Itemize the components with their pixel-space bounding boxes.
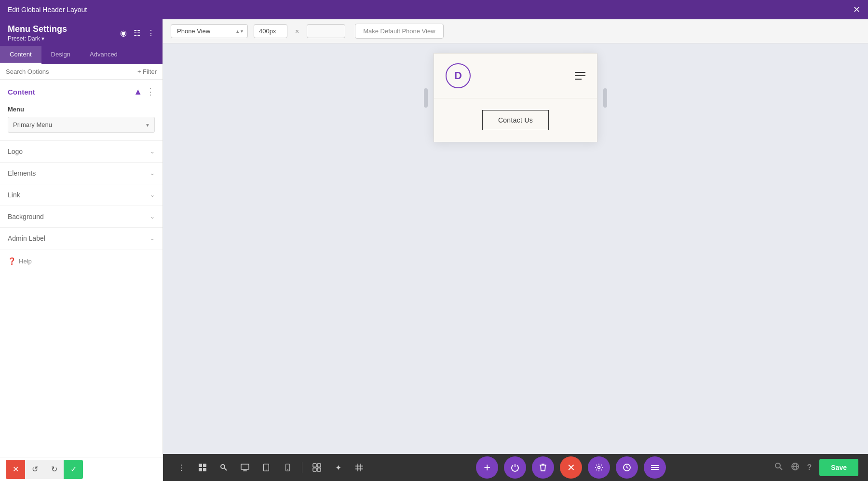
panel-title: Menu Settings: [8, 24, 67, 34]
toolbar-grid-outline-icon[interactable]: [308, 459, 326, 476]
canvas-toolbar: Phone View Tablet View Desktop View × Ma…: [163, 19, 868, 43]
toolbar-grid3-icon[interactable]: [351, 459, 368, 476]
section-logo-header[interactable]: Logo ⌄: [0, 141, 163, 162]
toolbar-dots-icon[interactable]: ⋮: [173, 459, 190, 476]
close-action-button[interactable]: ✕: [560, 456, 582, 479]
toolbar-sparkle-icon[interactable]: ✦: [329, 459, 347, 476]
svg-point-21: [598, 467, 600, 469]
preview-area: D Contact Us: [163, 43, 868, 454]
section-more-icon[interactable]: ⋮: [146, 86, 155, 97]
columns-icon[interactable]: ☷: [134, 28, 140, 38]
tab-content[interactable]: Content: [0, 46, 41, 64]
hamburger-icon[interactable]: [575, 72, 585, 80]
footer-bar: ✕ ↺ ↻ ✓: [0, 457, 163, 481]
extra-input[interactable]: [307, 24, 345, 38]
toolbar-desktop-icon[interactable]: [236, 459, 254, 476]
svg-point-4: [221, 465, 225, 468]
more-options-icon[interactable]: ⋮: [147, 28, 155, 38]
view-select[interactable]: Phone View Tablet View Desktop View: [171, 24, 248, 38]
resize-handle-right[interactable]: [603, 88, 607, 108]
help-section: ❓ Help: [0, 249, 163, 273]
svg-rect-1: [203, 464, 206, 467]
settings-button[interactable]: [588, 456, 610, 479]
section-link-header[interactable]: Link ⌄: [0, 184, 163, 206]
toolbar-search-icon[interactable]: [215, 459, 232, 476]
panel-body: Content ▲ ⋮ Menu Primary Menu: [0, 80, 163, 457]
bottom-toolbar: ⋮ ✦: [163, 454, 868, 481]
svg-rect-14: [317, 464, 321, 467]
panel-header-left: Menu Settings Preset: Dark ▾: [8, 24, 67, 42]
menu-select[interactable]: Primary Menu: [8, 117, 155, 133]
svg-rect-15: [313, 468, 316, 471]
filter-button[interactable]: + Filter: [137, 68, 157, 75]
top-bar-title: Edit Global Header Layout: [8, 6, 87, 14]
undo-button[interactable]: ↺: [25, 460, 44, 479]
width-input[interactable]: [254, 24, 287, 38]
clear-width-button[interactable]: ×: [293, 27, 301, 35]
panel-header-icons: ◉ ☷ ⋮: [120, 28, 155, 38]
toolbar-tablet-icon[interactable]: [258, 459, 275, 476]
bottom-globe-icon[interactable]: [791, 462, 800, 473]
layers-button[interactable]: [644, 456, 666, 479]
confirm-button[interactable]: ✓: [64, 460, 83, 479]
panel-header: Menu Settings Preset: Dark ▾ ◉ ☷ ⋮: [0, 19, 163, 46]
section-admin-label-header[interactable]: Admin Label ⌄: [0, 228, 163, 249]
contact-us-section: Contact Us: [434, 98, 597, 142]
content-section-body: Menu Primary Menu: [0, 106, 163, 140]
tab-design[interactable]: Design: [41, 46, 80, 64]
footer-actions-group: ✕ ↺ ↻ ✓: [6, 460, 83, 479]
section-content: Content ▲ ⋮ Menu Primary Menu: [0, 80, 163, 141]
toolbar-right-group: ? Save: [774, 459, 858, 476]
section-elements-header[interactable]: Elements ⌄: [0, 163, 163, 184]
save-button[interactable]: Save: [819, 459, 858, 476]
section-background: Background ⌄: [0, 206, 163, 228]
section-collapse-icon[interactable]: ▲: [134, 87, 142, 97]
preset-label[interactable]: Preset: Dark ▾: [8, 35, 67, 42]
section-logo: Logo ⌄: [0, 141, 163, 163]
eye-icon[interactable]: ◉: [120, 28, 127, 38]
bottom-help-icon[interactable]: ?: [807, 463, 812, 472]
admin-label-chevron-icon: ⌄: [150, 235, 155, 242]
left-panel: Menu Settings Preset: Dark ▾ ◉ ☷ ⋮ Conte…: [0, 19, 163, 481]
tabs: Content Design Advanced: [0, 46, 163, 64]
svg-rect-16: [317, 468, 321, 471]
hamburger-line-2: [575, 75, 585, 76]
contact-us-button[interactable]: Contact Us: [482, 110, 549, 130]
svg-point-10: [266, 469, 267, 470]
make-default-button[interactable]: Make Default Phone View: [355, 24, 443, 39]
add-button[interactable]: +: [476, 456, 498, 479]
svg-line-5: [225, 468, 227, 471]
resize-handle-left[interactable]: [424, 88, 428, 108]
hamburger-line-3: [575, 79, 582, 80]
redo-button[interactable]: ↻: [44, 460, 64, 479]
elements-chevron-icon: ⌄: [150, 170, 155, 177]
section-content-header[interactable]: Content ▲ ⋮: [0, 80, 163, 104]
svg-point-26: [775, 463, 780, 468]
section-content-icons: ▲ ⋮: [134, 86, 155, 97]
menu-select-wrapper: Primary Menu: [8, 117, 155, 133]
clock-button[interactable]: [616, 456, 638, 479]
hamburger-line-1: [575, 72, 585, 73]
close-button[interactable]: ✕: [853, 4, 860, 15]
trash-button[interactable]: [532, 456, 554, 479]
svg-rect-2: [199, 468, 202, 471]
power-button[interactable]: [504, 456, 526, 479]
toolbar-left-group: ⋮ ✦: [173, 459, 368, 476]
phone-header: D: [434, 54, 597, 98]
toolbar-middle-group: + ✕: [476, 456, 666, 479]
section-elements: Elements ⌄: [0, 163, 163, 184]
search-input[interactable]: [6, 68, 137, 75]
panel-header-row: Menu Settings Preset: Dark ▾ ◉ ☷ ⋮: [8, 24, 155, 42]
main-layout: Menu Settings Preset: Dark ▾ ◉ ☷ ⋮ Conte…: [0, 19, 868, 481]
section-background-header[interactable]: Background ⌄: [0, 206, 163, 227]
help-label[interactable]: Help: [19, 258, 32, 265]
phone-frame-container: D Contact Us: [434, 53, 597, 142]
tab-advanced[interactable]: Advanced: [80, 46, 127, 64]
toolbar-phone-icon[interactable]: [279, 459, 296, 476]
toolbar-grid-icon[interactable]: [194, 459, 211, 476]
search-bar: + Filter: [0, 64, 163, 80]
bottom-search-icon[interactable]: [774, 462, 783, 473]
svg-rect-13: [313, 464, 316, 467]
link-chevron-icon: ⌄: [150, 192, 155, 198]
cancel-button[interactable]: ✕: [6, 460, 25, 479]
